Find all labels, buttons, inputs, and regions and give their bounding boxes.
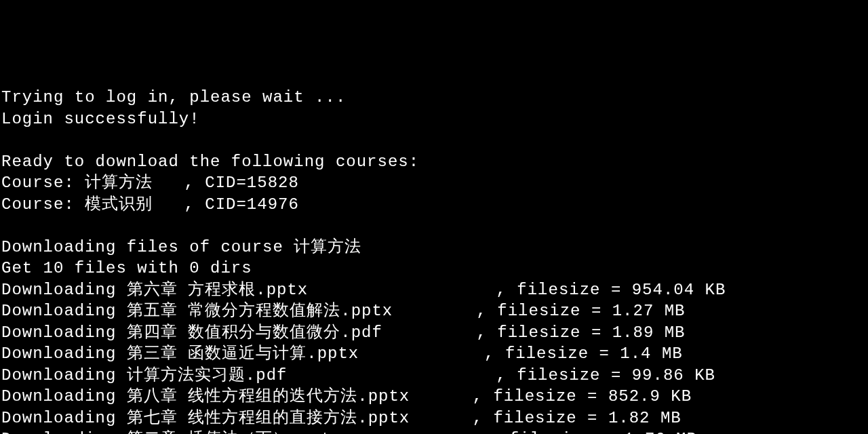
getfiles-mid: files with: [64, 259, 189, 277]
terminal-line: Trying to log in, please wait ...: [1, 87, 868, 108]
terminal-line: Downloading 第四章 数值积分与数值微分.pdf , filesize…: [1, 322, 868, 344]
terminal-line: Ready to download the following courses:: [1, 151, 868, 173]
file-size-1: 1.27 MB: [612, 302, 686, 320]
filesize-label: , filesize =: [473, 387, 608, 406]
course-name-1: 模式识别: [85, 195, 153, 214]
terminal-line: Downloading 第八章 线性方程组的迭代方法.pptx , filesi…: [1, 386, 868, 408]
course-pad: [153, 174, 184, 192]
getfiles-prefix: Get: [1, 259, 43, 277]
filesize-label: , filesize =: [488, 430, 624, 434]
terminal-line: [1, 130, 868, 151]
login-trying: Trying to log in, please wait ...: [1, 88, 346, 106]
terminal-line: Downloading files of course 计算方法: [1, 237, 868, 258]
course-name-0: 计算方法: [85, 174, 153, 192]
terminal-line: Get 10 files with 0 dirs: [1, 258, 868, 279]
file-name-0: Downloading 第六章 方程求根.pptx: [1, 281, 496, 299]
course-downloading-name: 计算方法: [294, 238, 361, 256]
blank: [1, 216, 12, 235]
filesize-label: , filesize =: [473, 409, 608, 427]
terminal-output: Trying to log in, please wait ...Login s…: [1, 87, 868, 434]
terminal-line: Course: 模式识别 , CID=14976: [1, 194, 868, 216]
file-size-4: 99.86 KB: [632, 366, 715, 384]
course-cid-1: 14976: [247, 195, 299, 214]
file-size-6: 1.82 MB: [608, 409, 682, 427]
course-prefix: Course:: [1, 195, 85, 214]
course-sep: , CID=: [184, 195, 246, 214]
file-name-3: Downloading 第三章 函数逼近与计算.pptx: [1, 344, 484, 363]
filesize-label: , filesize =: [484, 344, 620, 363]
terminal-line: Downloading 第三章 函数逼近与计算.pptx , filesize …: [1, 343, 868, 365]
file-name-4: Downloading 计算方法实习题.pdf: [1, 366, 496, 384]
filesize-label: , filesize =: [496, 366, 631, 384]
terminal-line: [1, 215, 868, 237]
terminal-line: Downloading 第二章 插值法（下）.pptx , filesize =…: [1, 429, 868, 434]
filesize-label: , filesize =: [476, 302, 612, 320]
course-sep: , CID=: [184, 174, 246, 192]
login-success: Login successfully!: [1, 110, 200, 128]
course-pad: [153, 195, 184, 214]
getfiles-count: 10: [43, 259, 64, 277]
file-name-1: Downloading 第五章 常微分方程数值解法.pptx: [1, 302, 476, 320]
file-name-7: Downloading 第二章 插值法（下）.pptx: [1, 430, 488, 434]
course-prefix: Course:: [1, 174, 85, 192]
file-size-5: 852.9 KB: [608, 387, 692, 406]
file-name-2: Downloading 第四章 数值积分与数值微分.pdf: [1, 323, 476, 342]
file-name-6: Downloading 第七章 线性方程组的直接方法.pptx: [1, 409, 473, 427]
getfiles-dirs: 0: [189, 259, 199, 277]
course-downloading-prefix: Downloading files of course: [1, 238, 294, 256]
file-size-0: 954.04 KB: [632, 281, 726, 299]
terminal-line: Downloading 第六章 方程求根.pptx , filesize = 9…: [1, 279, 868, 301]
file-size-2: 1.89 MB: [612, 323, 686, 342]
filesize-label: , filesize =: [496, 281, 631, 299]
blank: [1, 131, 12, 149]
terminal-line: Login successfully!: [1, 108, 868, 130]
getfiles-suffix: dirs: [200, 259, 252, 277]
filesize-label: , filesize =: [476, 323, 612, 342]
terminal-line: Downloading 第五章 常微分方程数值解法.pptx , filesiz…: [1, 300, 868, 322]
terminal-line: Downloading 计算方法实习题.pdf , filesize = 99.…: [1, 365, 868, 387]
file-name-5: Downloading 第八章 线性方程组的迭代方法.pptx: [1, 387, 473, 406]
download-header: Ready to download the following courses:: [1, 153, 419, 171]
terminal-line: Course: 计算方法 , CID=15828: [1, 172, 868, 194]
course-cid-0: 15828: [247, 174, 299, 192]
file-size-7: 1.76 MB: [624, 430, 697, 434]
terminal-line: Downloading 第七章 线性方程组的直接方法.pptx , filesi…: [1, 408, 868, 429]
file-size-3: 1.4 MB: [620, 344, 682, 363]
